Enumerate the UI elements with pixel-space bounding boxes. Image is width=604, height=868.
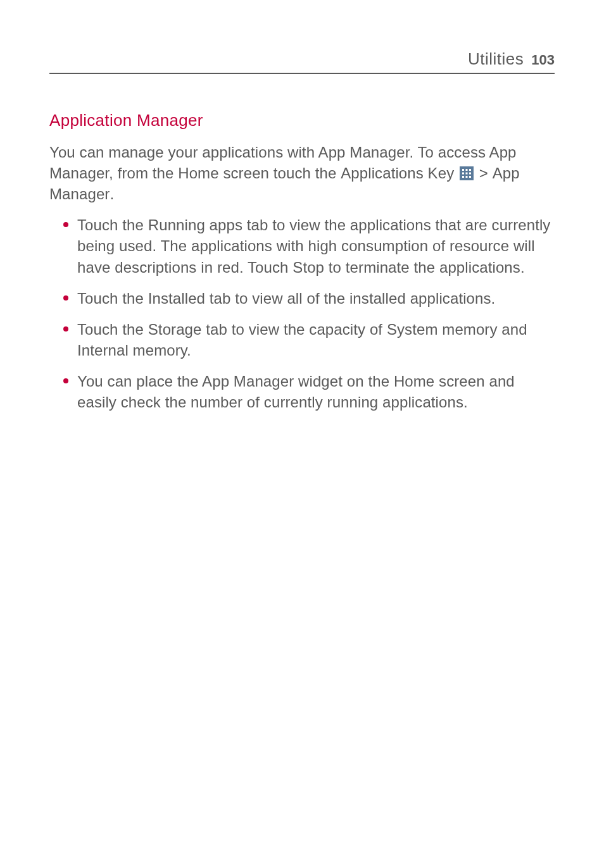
svg-rect-0	[462, 169, 464, 171]
header-section-name: Utilities	[468, 49, 524, 69]
intro-paragraph: You can manage your applications with Ap…	[49, 142, 555, 204]
intro-end: .	[110, 185, 114, 202]
bullet-text: Touch the	[77, 290, 148, 307]
stop-label: Stop	[293, 259, 324, 276]
svg-rect-8	[469, 176, 471, 178]
page-container: Utilities 103 Application Manager You ca…	[0, 0, 604, 412]
bullet-text: You can place the App Manager widget on …	[77, 373, 515, 411]
applications-key-icon	[460, 166, 474, 180]
bullet-text: Touch the	[77, 216, 148, 233]
page-header: Utilities 103	[49, 49, 555, 74]
list-item: Touch the Installed tab to view all of t…	[77, 288, 555, 309]
storage-label: Storage	[148, 321, 202, 338]
svg-rect-3	[462, 173, 464, 175]
list-item: You can place the App Manager widget on …	[77, 371, 555, 412]
running-apps-label: Running apps	[148, 216, 242, 233]
installed-label: Installed	[148, 290, 205, 307]
svg-rect-1	[466, 169, 468, 171]
svg-rect-5	[469, 173, 471, 175]
bullet-text: Touch the	[77, 321, 148, 338]
list-item: Touch the Running apps tab to view the a…	[77, 214, 555, 277]
bullet-text: to terminate the applications.	[324, 259, 525, 276]
svg-rect-4	[466, 173, 468, 175]
bullet-list: Touch the Running apps tab to view the a…	[49, 214, 555, 412]
svg-rect-2	[469, 169, 471, 171]
bullet-text: tab to view all of the installed applica…	[205, 290, 495, 307]
section-title: Application Manager	[49, 111, 555, 130]
svg-rect-6	[462, 176, 464, 178]
intro-sep: >	[475, 164, 493, 182]
header-page-number: 103	[531, 52, 555, 68]
applications-key-label: Applications Key	[341, 164, 454, 182]
svg-rect-7	[466, 176, 468, 178]
list-item: Touch the Storage tab to view the capaci…	[77, 319, 555, 361]
